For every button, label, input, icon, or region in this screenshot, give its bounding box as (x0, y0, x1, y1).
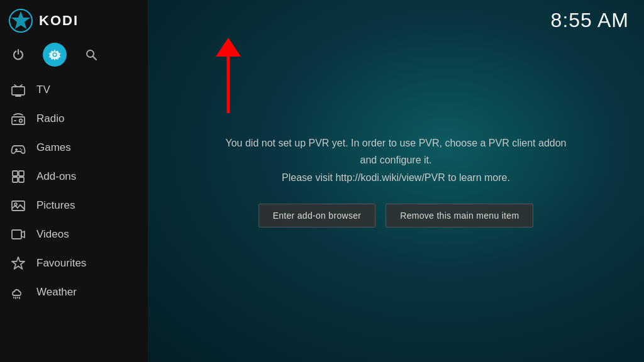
svg-rect-8 (12, 87, 25, 95)
sidebar-item-radio[interactable]: Radio (0, 104, 148, 133)
svg-point-18 (20, 148, 21, 150)
sidebar-item-games[interactable]: Games (0, 133, 148, 162)
sidebar-item-addons[interactable]: Add-ons (0, 162, 148, 191)
pvr-message-area: You did not set up PVR yet. In order to … (148, 0, 644, 362)
remove-menu-item-button[interactable]: Remove this main menu item (386, 204, 533, 228)
pvr-message-line1: You did not set up PVR yet. In order to … (226, 138, 567, 165)
radio-icon (10, 111, 26, 127)
sidebar-item-addons-label: Add-ons (36, 170, 76, 183)
svg-point-5 (53, 53, 56, 56)
svg-rect-26 (12, 230, 21, 239)
addons-icon (10, 168, 26, 185)
power-button[interactable] (6, 43, 30, 67)
sidebar-item-favourites-label: Favourites (36, 257, 86, 270)
pvr-button-group: Enter add-on browser Remove this main me… (258, 204, 534, 228)
settings-icon (48, 48, 61, 61)
sidebar-item-games-label: Games (36, 141, 71, 154)
favourites-icon (10, 255, 26, 272)
logo-area: KODI (0, 0, 148, 39)
svg-rect-20 (13, 171, 18, 176)
pvr-message-text: You did not set up PVR yet. In order to … (220, 134, 572, 186)
search-button[interactable] (79, 43, 103, 67)
svg-rect-22 (13, 177, 18, 182)
games-icon (10, 140, 26, 156)
sidebar-item-favourites[interactable]: Favourites (0, 249, 148, 278)
top-icon-row (0, 39, 148, 73)
time-display: 8:55 AM (551, 9, 629, 32)
sidebar-item-tv[interactable]: TV (0, 75, 148, 104)
svg-rect-21 (19, 171, 24, 176)
weather-icon (10, 284, 26, 300)
pictures-icon (10, 197, 26, 214)
sidebar-item-weather[interactable]: Weather (0, 278, 148, 307)
power-icon (12, 48, 25, 61)
search-icon (85, 48, 97, 61)
videos-icon (10, 226, 26, 243)
sidebar-item-tv-label: TV (36, 84, 50, 96)
svg-point-19 (21, 150, 23, 151)
tv-icon (10, 82, 26, 98)
pvr-message-line2: Please visit http://kodi.wiki/view/PVR t… (282, 172, 510, 183)
sidebar-item-pictures-label: Pictures (36, 199, 75, 212)
enter-addon-browser-button[interactable]: Enter add-on browser (258, 204, 376, 228)
main-content: 8:55 AM You did not set up PVR yet. In o… (148, 0, 644, 362)
sidebar-item-videos[interactable]: Videos (0, 220, 148, 249)
sidebar-item-radio-label: Radio (36, 112, 64, 125)
nav-menu: TV Radio (0, 75, 148, 307)
sidebar-item-videos-label: Videos (36, 228, 69, 241)
sidebar-item-weather-label: Weather (36, 286, 77, 299)
kodi-logo-icon (9, 9, 33, 33)
settings-button[interactable] (43, 43, 67, 67)
svg-point-14 (19, 119, 23, 123)
sidebar-item-pictures[interactable]: Pictures (0, 191, 148, 220)
app-title: KODI (39, 13, 79, 29)
svg-line-7 (93, 57, 96, 60)
svg-rect-23 (19, 177, 24, 182)
svg-rect-24 (12, 201, 25, 211)
sidebar: KODI (0, 0, 148, 362)
